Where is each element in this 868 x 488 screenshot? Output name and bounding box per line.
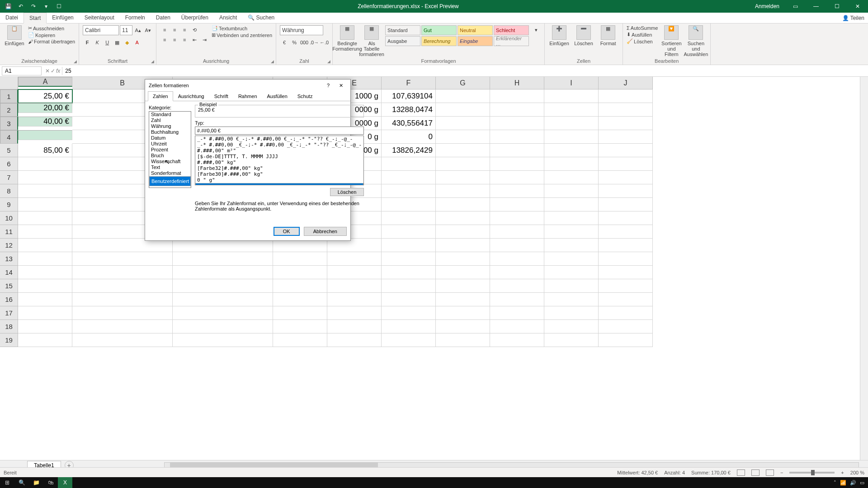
zoom-in-icon[interactable]: + [841, 470, 844, 475]
cell-J4[interactable] [599, 130, 653, 144]
cell-I5[interactable] [544, 144, 599, 157]
style-schlecht[interactable]: Schlecht [494, 25, 529, 35]
find-select-button[interactable]: 🔍Suchen undAuswählen [685, 25, 707, 57]
decrease-indent-icon[interactable]: ⇤ [190, 35, 199, 44]
touch-mode-icon[interactable]: ☐ [53, 1, 64, 12]
increase-decimal-icon[interactable]: .0→ [310, 38, 319, 47]
row-header-4[interactable]: 4 [0, 130, 18, 144]
col-header-G[interactable]: G [436, 77, 490, 89]
row-header-10[interactable]: 10 [0, 211, 18, 225]
percent-icon[interactable]: % [290, 38, 299, 47]
format-as-table-button[interactable]: ▦Als Tabelleformatieren [361, 25, 382, 57]
cell-G6[interactable] [436, 157, 490, 171]
cell-A19[interactable] [18, 333, 72, 347]
taskbar-search-icon[interactable]: 🔍 [14, 477, 29, 488]
category-item[interactable]: Sonderformat [149, 170, 191, 176]
col-header-H[interactable]: H [490, 77, 544, 89]
category-item[interactable]: Buchhaltung [149, 129, 191, 135]
cell-F6[interactable] [382, 157, 436, 171]
cell-F9[interactable] [382, 198, 436, 211]
cell-J9[interactable] [599, 198, 653, 211]
cell-I15[interactable] [544, 279, 599, 293]
cell-G19[interactable] [436, 333, 490, 347]
row-header-5[interactable]: 5 [0, 144, 18, 157]
cell-E14[interactable] [327, 266, 382, 279]
cell-G18[interactable] [436, 320, 490, 333]
cell-F4[interactable]: 0 [382, 130, 436, 144]
row-header-13[interactable]: 13 [0, 252, 18, 266]
cell-E17[interactable] [327, 306, 382, 320]
cell-H12[interactable] [490, 239, 544, 252]
row-header-18[interactable]: 18 [0, 320, 18, 333]
font-name-select[interactable]: Calibri [83, 25, 119, 35]
type-item[interactable]: #.###,00" m²" [195, 148, 363, 154]
category-item[interactable]: Prozent [149, 147, 191, 153]
zoom-slider[interactable] [789, 472, 835, 474]
type-item[interactable]: [Farbe32]#.###,00" kg" [195, 165, 363, 171]
font-size-select[interactable]: 11 [120, 25, 132, 35]
cell-G11[interactable] [436, 225, 490, 239]
clipboard-dialog-icon[interactable]: ◢ [74, 59, 77, 64]
cell-G16[interactable] [436, 293, 490, 306]
underline-icon[interactable]: U [103, 38, 112, 47]
cell-E18[interactable] [327, 320, 382, 333]
cell-G17[interactable] [436, 306, 490, 320]
view-pagebreak-icon[interactable] [766, 469, 774, 476]
cut-button[interactable]: ✂ Ausschneiden [28, 25, 75, 31]
cell-H11[interactable] [490, 225, 544, 239]
taskbar-store-icon[interactable]: 🛍 [43, 477, 58, 488]
category-item[interactable]: Datum [149, 135, 191, 141]
cell-A9[interactable] [18, 198, 72, 211]
tray-volume-icon[interactable]: 🔊 [850, 480, 856, 486]
category-item[interactable]: Währung [149, 123, 191, 129]
vertical-scrollbar[interactable] [860, 77, 868, 462]
tab-daten[interactable]: Daten [151, 13, 176, 23]
type-list[interactable]: _-* #.##0,00 €_-;-* #.##0,00 €_-;_-* "-"… [195, 136, 364, 185]
cell-I14[interactable] [544, 266, 599, 279]
cell-F18[interactable] [382, 320, 436, 333]
dialog-tab-ausfuellen[interactable]: Ausfüllen [262, 91, 292, 101]
tab-ueberpruefen[interactable]: Überprüfen [176, 13, 214, 23]
align-top-icon[interactable]: ≡ [160, 25, 169, 34]
cell-G14[interactable] [436, 266, 490, 279]
delete-format-button[interactable]: Löschen [330, 188, 364, 196]
cell-F5[interactable]: 13826,2429 [382, 144, 436, 157]
select-all-corner[interactable] [0, 77, 18, 89]
cell-H1[interactable] [490, 89, 544, 103]
col-header-J[interactable]: J [599, 77, 653, 89]
cell-H18[interactable] [490, 320, 544, 333]
type-item[interactable]: [Farbe30]#.###,00" kg" [195, 171, 363, 177]
cell-J19[interactable] [599, 333, 653, 347]
cell-H3[interactable] [490, 117, 544, 130]
cell-F16[interactable] [382, 293, 436, 306]
cell-A13[interactable] [18, 252, 72, 266]
cell-I9[interactable] [544, 198, 599, 211]
cell-H10[interactable] [490, 211, 544, 225]
number-dialog-icon[interactable]: ◢ [327, 59, 330, 64]
cell-F15[interactable] [382, 279, 436, 293]
dialog-tab-schutz[interactable]: Schutz [292, 91, 318, 101]
cell-A18[interactable] [18, 320, 72, 333]
col-header-F[interactable]: F [382, 77, 436, 89]
name-box[interactable]: A1 [2, 66, 42, 75]
col-header-A[interactable]: A [18, 77, 72, 87]
cell-E13[interactable] [327, 252, 382, 266]
cell-C19[interactable] [173, 333, 273, 347]
cell-H9[interactable] [490, 198, 544, 211]
cell-C16[interactable] [173, 293, 273, 306]
category-list[interactable]: StandardZahlWährungBuchhaltungDatumUhrze… [149, 111, 191, 188]
view-normal-icon[interactable] [737, 469, 745, 476]
wrap-text-button[interactable]: 📑 Textumbruch [212, 25, 272, 31]
cell-H6[interactable] [490, 157, 544, 171]
cell-G5[interactable] [436, 144, 490, 157]
row-header-1[interactable]: 1 [0, 89, 18, 103]
clear-button[interactable]: 🧹 Löschen [627, 38, 658, 44]
align-dialog-icon[interactable]: ◢ [271, 59, 274, 64]
cell-I3[interactable] [544, 117, 599, 130]
cell-I11[interactable] [544, 225, 599, 239]
row-header-12[interactable]: 12 [0, 239, 18, 252]
minimize-icon[interactable]: — [806, 0, 826, 13]
cell-F7[interactable] [382, 171, 436, 184]
cell-H15[interactable] [490, 279, 544, 293]
dialog-tab-rahmen[interactable]: Rahmen [233, 91, 262, 101]
